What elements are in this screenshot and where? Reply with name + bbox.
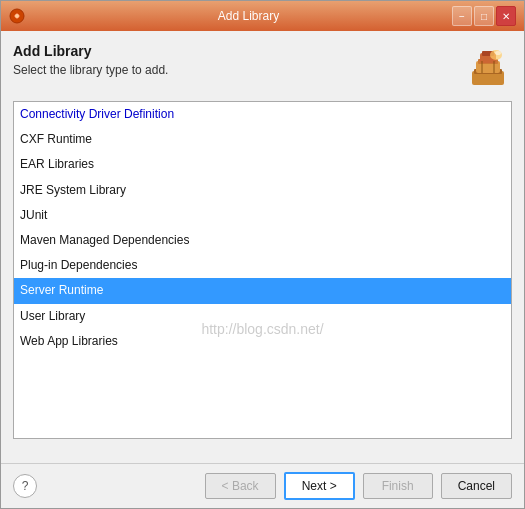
list-item-maven-managed[interactable]: Maven Managed Dependencies — [14, 228, 511, 253]
svg-point-11 — [495, 51, 501, 55]
list-item-ear-libraries[interactable]: EAR Libraries — [14, 152, 511, 177]
list-item-user-library[interactable]: User Library — [14, 304, 511, 329]
title-bar: Add Library − □ ✕ — [1, 1, 524, 31]
finish-button[interactable]: Finish — [363, 473, 433, 499]
help-button[interactable]: ? — [13, 474, 37, 498]
cancel-button[interactable]: Cancel — [441, 473, 512, 499]
list-item-plugin-dependencies[interactable]: Plug-in Dependencies — [14, 253, 511, 278]
list-item-server-runtime[interactable]: Server Runtime — [14, 278, 511, 303]
dialog-header: Add Library Select the library type to a… — [13, 43, 512, 91]
list-item-connectivity-driver[interactable]: Connectivity Driver Definition — [14, 102, 511, 127]
window-icon — [9, 8, 25, 24]
window-controls: − □ ✕ — [452, 6, 516, 26]
window-title: Add Library — [31, 9, 466, 23]
library-icon — [464, 43, 512, 91]
dialog-content: Add Library Select the library type to a… — [1, 31, 524, 463]
list-item-cxf-runtime[interactable]: CXF Runtime — [14, 127, 511, 152]
dialog-title: Add Library — [13, 43, 464, 59]
dialog-footer: ? < Back Next > Finish Cancel — [1, 463, 524, 508]
minimize-button[interactable]: − — [452, 6, 472, 26]
list-item-web-app-libraries[interactable]: Web App Libraries — [14, 329, 511, 354]
back-button[interactable]: < Back — [205, 473, 276, 499]
close-button[interactable]: ✕ — [496, 6, 516, 26]
dialog-subtitle: Select the library type to add. — [13, 63, 464, 77]
svg-point-1 — [15, 14, 19, 18]
library-list[interactable]: Connectivity Driver DefinitionCXF Runtim… — [13, 101, 512, 439]
window: Add Library − □ ✕ Add Library Select the… — [0, 0, 525, 509]
svg-point-10 — [490, 50, 502, 60]
restore-button[interactable]: □ — [474, 6, 494, 26]
list-item-junit[interactable]: JUnit — [14, 203, 511, 228]
next-button[interactable]: Next > — [284, 472, 355, 500]
list-item-jre-system-library[interactable]: JRE System Library — [14, 178, 511, 203]
header-text: Add Library Select the library type to a… — [13, 43, 464, 77]
